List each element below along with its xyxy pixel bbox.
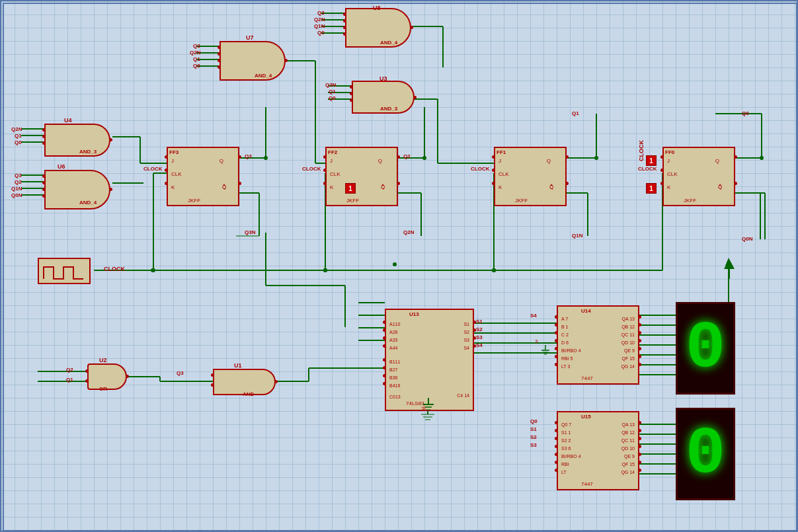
U14-D: D 6	[561, 340, 569, 345]
U4-in3-lbl: Q0	[15, 139, 22, 145]
FF0-clock-lbl: CLOCK	[638, 166, 657, 172]
U6-pin1	[42, 174, 46, 178]
U2-label: U2	[99, 357, 107, 363]
U6-in3-lbl: Q1N	[11, 186, 22, 192]
U13-A3: A3 3	[389, 338, 397, 342]
U14-chip-lbl: 7447	[581, 375, 593, 381]
U7-pin1	[218, 46, 221, 49]
Q1-node	[594, 156, 598, 160]
U14-B-pin	[555, 323, 558, 326]
U14-box: U14 A 7 B 1 C 2 D 6 BI/RBO 4 RBI 5 LT 3 …	[557, 305, 639, 385]
FF1-J-lbl: J	[499, 158, 501, 164]
U2-gate	[87, 363, 127, 390]
U8-type: AND_4	[380, 40, 397, 46]
seg-display-1: 0	[676, 302, 735, 395]
U14-LT-pin	[555, 363, 558, 366]
clock-vertical-label: CLOCK	[638, 140, 645, 161]
FF1-clock-lbl: CLOCK	[471, 166, 489, 172]
U4-in1-lbl: Q2N	[11, 126, 22, 132]
FF3-J-pin	[165, 155, 168, 159]
Q2-node	[422, 156, 426, 160]
FF1-J-pin	[492, 155, 495, 159]
Q1N-label: Q1N	[572, 233, 582, 239]
FF1-CLK-lbl: CLK	[499, 171, 509, 177]
U15-S3: S3 6	[561, 446, 571, 451]
U14-RBI: RBI 5	[561, 356, 573, 361]
junc-clock-ff3	[151, 268, 155, 272]
U3-in1-lbl: Q3N	[325, 82, 336, 88]
U8-in3-lbl: Q1N	[314, 23, 325, 29]
U3-in3-lbl: Q0	[329, 95, 336, 101]
U8-pin1	[343, 13, 346, 16]
U14-in-S4: S4	[530, 313, 537, 319]
U14-QA: QA 13	[622, 317, 635, 321]
U15-chip-lbl: 7447	[581, 481, 593, 487]
U15-QF-out	[638, 461, 641, 464]
U15-title: U15	[581, 414, 591, 420]
FF2-title: FF2	[328, 149, 337, 155]
U15-RBI-pin	[555, 461, 558, 464]
junc-clock-ff2	[323, 268, 327, 272]
U4-in2-lbl: Q1	[15, 133, 22, 139]
U14-A-pin	[555, 315, 558, 319]
U3-pin2	[350, 92, 353, 95]
U13-S3: S3	[463, 338, 469, 342]
U14-A: A 7	[561, 317, 568, 321]
U14-QF: QF 15	[622, 356, 635, 361]
FF1-CLK-pin	[492, 169, 495, 172]
seg7-digit2: 0	[676, 408, 735, 500]
U4-pin3	[42, 141, 46, 145]
U7-label: U7	[246, 34, 254, 41]
clock-output-label: CLOCK	[104, 266, 125, 272]
FF2-CLK-lbl: CLK	[330, 171, 340, 177]
U13-title: U13	[409, 311, 419, 317]
U13-box: U13 A1 10 A2 8 A3 3 A4 4 B1 11 B2 7 B3 6…	[385, 309, 474, 411]
U15-BIRBO: BI/RBO 4	[561, 454, 581, 459]
U7-type: AND_4	[255, 73, 272, 79]
U3-pin1	[350, 85, 353, 89]
Q2N-label: Q2N	[403, 229, 414, 235]
U15-QB: QB 12	[621, 430, 635, 435]
center-junction	[393, 262, 397, 266]
FF0-type-lbl: JKFF	[684, 198, 696, 204]
U6-out	[109, 188, 112, 191]
U14-D-pin	[555, 339, 558, 342]
U14-QB: QB 12	[621, 324, 635, 329]
FF0-title: FF0	[665, 149, 674, 155]
FF3-CLK-pin	[165, 169, 168, 172]
FF0-Qn-lbl: Q̄	[718, 184, 722, 190]
U6-pin2	[42, 181, 46, 184]
Q3-node	[264, 156, 268, 160]
U14-B: B 1	[561, 324, 569, 329]
gnd-left-u14-lbl: 3	[535, 338, 538, 344]
U1-type: AND	[243, 391, 254, 397]
U7-out	[284, 59, 288, 62]
U15-Q0: Q0 7	[561, 422, 571, 427]
U15-QG: QG 14	[621, 470, 635, 475]
FF0-J-pin	[660, 155, 664, 159]
U15-RBI: RBI	[561, 462, 569, 467]
U3-type: AND_3	[380, 106, 397, 112]
U15-QG-out	[638, 469, 641, 472]
U6-label: U6	[58, 163, 65, 170]
U15-BIRBO-pin	[555, 453, 558, 456]
S1-out-lbl: S1	[476, 319, 483, 324]
U1-pin1	[211, 373, 214, 377]
U7-pin2	[218, 52, 221, 56]
U14-C-pin	[555, 331, 558, 334]
FF0-K-lbl: K	[667, 184, 670, 190]
clock-generator	[38, 258, 91, 284]
FF3-Q-lbl: Q	[219, 158, 223, 164]
U4-pin2	[42, 135, 46, 138]
U15-S3-pin	[555, 445, 558, 448]
U15-QC: QC 11	[621, 438, 635, 443]
Q0N-label: Q0N	[742, 236, 752, 242]
U14-QG: QG 14	[621, 364, 635, 369]
U15-in-S3: S3	[530, 442, 537, 448]
U14-QB-out	[638, 323, 641, 326]
U6-in2-lbl: Q2	[15, 179, 22, 185]
FF1-Qn-pin	[565, 182, 569, 185]
FF1-Qn-lbl: Q̄	[549, 184, 553, 190]
U1-pin2	[211, 383, 214, 387]
U15-QF: QF 15	[622, 462, 635, 467]
